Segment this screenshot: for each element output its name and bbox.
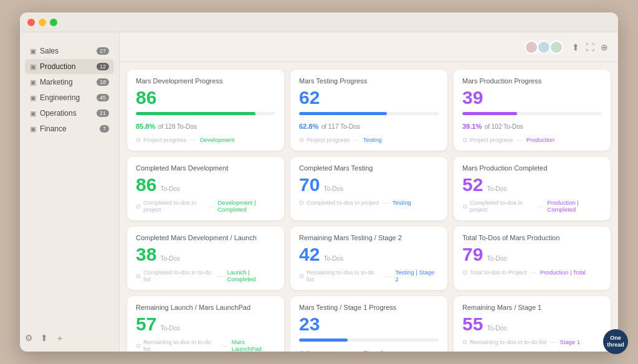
title-bar bbox=[20, 12, 618, 32]
widget-footer-icon-w11: ⊙ bbox=[299, 349, 304, 352]
sidebar-item-sales[interactable]: ▣ Sales 27 bbox=[25, 44, 114, 58]
widget-value-row-w5: 70 To-Dos bbox=[299, 175, 439, 194]
sidebar-engineering-label: Engineering bbox=[40, 93, 80, 102]
widget-title-w9: Total To-Dos of Mars Production bbox=[462, 234, 602, 241]
widget-value-w9: 79 bbox=[462, 245, 483, 264]
share-icon[interactable]: ⬆ bbox=[572, 42, 579, 52]
widget-w10: Remaining Launch / Mars LaunchPad 57 To-… bbox=[127, 296, 284, 352]
widget-footer-w8: ⊙ Remaining to-dos in to-do list — Testi… bbox=[299, 269, 439, 282]
sidebar-item-left: ▣ Finance bbox=[30, 124, 67, 133]
widget-title-w3: Mars Production Progress bbox=[462, 77, 602, 85]
content-header: ⬆ ⛶ ⊕ bbox=[120, 32, 618, 62]
widget-footer-sep-w4: — bbox=[208, 203, 214, 210]
sidebar-production-icon: ▣ bbox=[30, 63, 36, 71]
sidebar-item-finance[interactable]: ▣ Finance 7 bbox=[25, 121, 114, 136]
widget-title-w10: Remaining Launch / Mars LaunchPad bbox=[136, 304, 275, 311]
sidebar-finance-label: Finance bbox=[40, 124, 67, 133]
widget-footer-sep-w9: — bbox=[530, 269, 536, 276]
sidebar-operations-icon: ▣ bbox=[30, 110, 36, 118]
widget-footer-main-w5: Completed to-dos in project bbox=[307, 199, 379, 206]
widget-title-w12: Remaining Mars / Stage 1 bbox=[462, 304, 602, 311]
app-window: ▣ Sales 27 ▣ Production 12 ▣ Marketing 1… bbox=[20, 12, 618, 352]
widget-value-row-w6: 52 To-Dos bbox=[462, 175, 602, 194]
sidebar-marketing-icon: ▣ bbox=[30, 78, 36, 86]
expand-icon[interactable]: ⛶ bbox=[586, 42, 594, 52]
sidebar-item-operations[interactable]: ▣ Operations 21 bbox=[25, 106, 114, 121]
widget-footer-icon-w10: ⊙ bbox=[136, 342, 141, 349]
progress-bar-w1 bbox=[136, 112, 255, 115]
widgets-grid: Mars Development Progress 86 85.8% of 12… bbox=[120, 62, 618, 352]
sidebar-production-badge: 12 bbox=[97, 63, 109, 70]
widget-footer-main-w12: Remaining to-dos in to-do list bbox=[470, 338, 546, 345]
widget-footer-icon-w3: ⊙ bbox=[462, 136, 467, 143]
sidebar-finance-badge: 7 bbox=[100, 125, 109, 133]
sidebar-footer: ⚙ ⬆ ＋ bbox=[25, 333, 64, 344]
widget-footer-sep-w12: — bbox=[550, 338, 556, 345]
progress-bar-container-w2 bbox=[299, 112, 439, 115]
sidebar-export-icon[interactable]: ⬆ bbox=[40, 333, 48, 344]
content-area: ⬆ ⛶ ⊕ Mars Development Progress 86 85.8%… bbox=[120, 32, 618, 352]
widget-footer-icon-w7: ⊙ bbox=[136, 273, 141, 279]
sidebar-settings-icon[interactable]: ⚙ bbox=[25, 333, 33, 344]
maximize-button[interactable] bbox=[50, 19, 57, 26]
widget-value-w7: 38 bbox=[136, 245, 156, 264]
progress-bar-container-w1 bbox=[136, 112, 275, 115]
widget-value-row-w12: 55 To-Dos bbox=[462, 315, 602, 334]
widget-footer-tag-w3: Production bbox=[526, 136, 555, 143]
widget-value-row-w7: 38 To-Dos bbox=[136, 245, 275, 264]
widget-todo-label-w4: To-Dos bbox=[160, 185, 180, 192]
sidebar-item-production[interactable]: ▣ Production 12 bbox=[25, 59, 114, 74]
progress-bar-container-w3 bbox=[462, 112, 602, 115]
onethread-logo[interactable]: Onethread bbox=[603, 329, 628, 354]
widget-footer-w4: ⊙ Completed to-dos in project — Developm… bbox=[136, 199, 275, 213]
widget-footer-main-w7: Completed to-dos in to-do list bbox=[143, 269, 214, 282]
widget-footer-tag-w10: Mars LaunchPad bbox=[232, 338, 275, 352]
widget-value-w10: 57 bbox=[136, 315, 156, 334]
widget-footer-w5: ⊙ Completed to-dos in project — Testing bbox=[299, 199, 439, 206]
avatar-1 bbox=[525, 40, 538, 54]
widget-footer-w6: ⊙ Completed to-dos in project — Producti… bbox=[462, 199, 602, 213]
sidebar-item-marketing[interactable]: ▣ Marketing 18 bbox=[25, 75, 114, 90]
widget-todo-label-w10: To-Dos bbox=[160, 325, 180, 332]
sidebar-item-engineering[interactable]: ▣ Engineering 45 bbox=[25, 90, 114, 105]
progress-bar-w3 bbox=[462, 112, 517, 115]
widget-w4: Completed Mars Development 86 To-Dos ⊙ C… bbox=[127, 157, 284, 220]
widget-footer-main-w2: Project progress bbox=[307, 136, 350, 143]
widget-footer-tag-w11: Stage 1 bbox=[363, 349, 384, 352]
sidebar-sales-icon: ▣ bbox=[30, 47, 36, 55]
widget-footer-tag-w2: Testing bbox=[363, 136, 382, 143]
widget-w7: Completed Mars Development / Launch 38 T… bbox=[127, 226, 284, 290]
widget-footer-icon-w6: ⊙ bbox=[462, 203, 467, 210]
widget-value-w11: 23 bbox=[299, 315, 320, 334]
widget-footer-icon-w12: ⊙ bbox=[462, 338, 467, 345]
widget-footer-sep-w7: — bbox=[217, 273, 224, 279]
widget-todo-label-w8: To-Dos bbox=[323, 255, 343, 262]
widget-value-row-w8: 42 To-Dos bbox=[299, 245, 439, 264]
widget-footer-icon-w5: ⊙ bbox=[299, 199, 304, 206]
widget-todo-label-w6: To-Dos bbox=[487, 185, 507, 192]
sidebar-marketing-badge: 18 bbox=[97, 78, 109, 86]
widget-footer-tag-w7: Launch | Completed bbox=[227, 269, 275, 282]
widget-footer-w3: ⊙ Project progress — Production bbox=[462, 136, 602, 143]
widget-title-w5: Completed Mars Testing bbox=[299, 164, 439, 172]
widget-footer-main-w4: Completed to-dos in project bbox=[143, 199, 204, 213]
widget-w1: Mars Development Progress 86 85.8% of 12… bbox=[127, 70, 284, 151]
sidebar-add-icon[interactable]: ＋ bbox=[55, 333, 64, 344]
progress-label-w3: 39.1% of 102 To-Dos bbox=[462, 120, 602, 131]
widget-title-w6: Mars Production Completed bbox=[462, 164, 602, 172]
close-button[interactable] bbox=[27, 19, 35, 26]
sidebar-operations-badge: 21 bbox=[97, 110, 109, 117]
widget-footer-icon-w8: ⊙ bbox=[299, 273, 304, 279]
widget-footer-sep-w1: — bbox=[190, 136, 196, 143]
minimize-button[interactable] bbox=[39, 19, 46, 26]
add-widget-icon[interactable]: ⊕ bbox=[601, 42, 608, 52]
progress-bar-container-w11 bbox=[299, 338, 439, 342]
widget-footer-sep-w2: — bbox=[353, 136, 359, 143]
widget-footer-main-w8: Remaining to-dos in to-do list bbox=[307, 269, 382, 282]
widget-value-w1: 86 bbox=[136, 88, 156, 107]
widget-w6: Mars Production Completed 52 To-Dos ⊙ Co… bbox=[454, 157, 611, 220]
widget-w12: Remaining Mars / Stage 1 55 To-Dos ⊙ Rem… bbox=[454, 296, 611, 352]
widget-value-row-w1: 86 bbox=[136, 88, 275, 107]
widget-todo-label-w7: To-Dos bbox=[160, 255, 180, 262]
widget-footer-icon-w9: ⊙ bbox=[462, 269, 467, 276]
